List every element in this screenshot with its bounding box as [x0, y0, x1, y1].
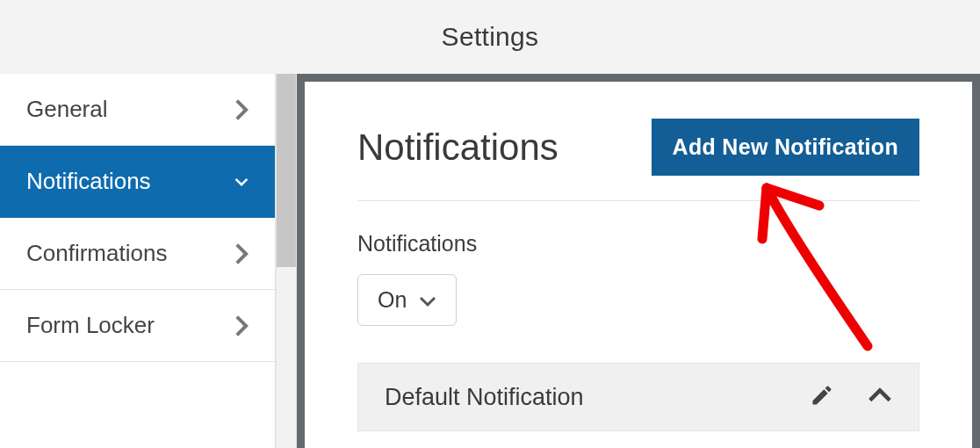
sidebar-item-label: Notifications [26, 168, 151, 195]
panel-title: Notifications [357, 126, 558, 169]
notifications-toggle-select[interactable]: On [357, 274, 457, 326]
pencil-icon[interactable] [810, 383, 834, 411]
accordion-actions [810, 383, 892, 411]
field-label: Notifications [357, 231, 919, 257]
chevron-up-icon[interactable] [868, 383, 892, 411]
page-title: Settings [0, 0, 980, 74]
settings-sidebar: General Notifications Confirmations Form… [0, 74, 276, 448]
sidebar-item-notifications[interactable]: Notifications [0, 146, 275, 218]
chevron-right-icon [234, 98, 249, 121]
notification-accordion[interactable]: Default Notification [357, 363, 919, 431]
sidebar-item-confirmations[interactable]: Confirmations [0, 218, 275, 290]
panel-header: Notifications Add New Notification [357, 119, 919, 201]
scroll-gutter[interactable] [276, 74, 297, 448]
accordion-title: Default Notification [385, 384, 584, 411]
chevron-down-icon [234, 170, 249, 193]
notifications-toggle-block: Notifications On [357, 231, 919, 326]
sidebar-item-label: Form Locker [26, 312, 155, 339]
sidebar-item-label: Confirmations [26, 240, 167, 267]
sidebar-item-label: General [26, 96, 108, 123]
sidebar-item-general[interactable]: General [0, 74, 275, 146]
body: General Notifications Confirmations Form… [0, 74, 980, 448]
main-area: Notifications Add New Notification Notif… [297, 74, 980, 448]
chevron-down-icon [419, 287, 436, 313]
chevron-right-icon [234, 314, 249, 337]
select-value: On [378, 287, 407, 313]
add-new-notification-button[interactable]: Add New Notification [652, 119, 919, 176]
chevron-right-icon [234, 242, 249, 265]
sidebar-item-form-locker[interactable]: Form Locker [0, 290, 275, 362]
panel: Notifications Add New Notification Notif… [305, 82, 972, 448]
